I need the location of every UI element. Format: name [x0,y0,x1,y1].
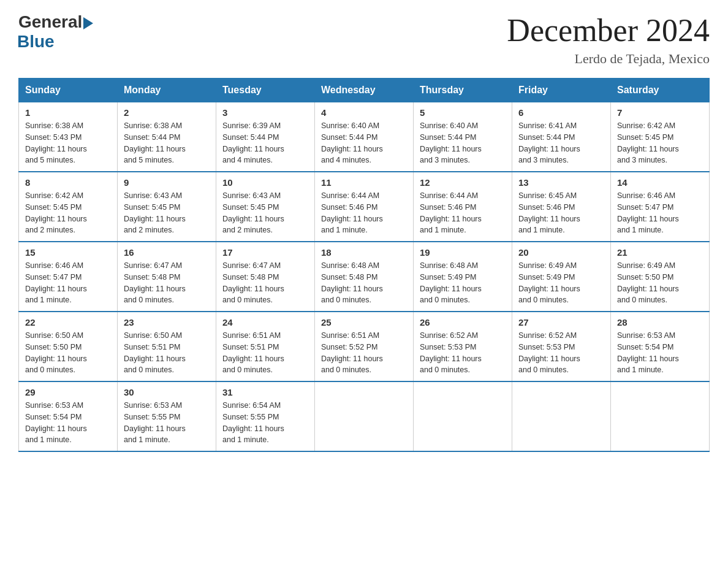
day-info: Sunrise: 6:42 AMSunset: 5:45 PMDaylight:… [25,190,111,236]
column-header-sunday: Sunday [19,79,118,102]
day-number: 4 [321,107,407,118]
week-row-3: 15 Sunrise: 6:46 AMSunset: 5:47 PMDaylig… [19,242,710,312]
day-number: 15 [25,247,111,258]
day-number: 8 [25,177,111,188]
day-info: Sunrise: 6:52 AMSunset: 5:53 PMDaylight:… [518,330,604,376]
day-number: 16 [124,247,210,258]
day-cell: 22 Sunrise: 6:50 AMSunset: 5:50 PMDaylig… [19,312,118,381]
title-section: December 2024 Lerdo de Tejada, Mexico [507,12,710,67]
day-cell: 19 Sunrise: 6:48 AMSunset: 5:49 PMDaylig… [414,242,512,312]
week-row-4: 22 Sunrise: 6:50 AMSunset: 5:50 PMDaylig… [19,312,710,381]
day-cell: 12 Sunrise: 6:44 AMSunset: 5:46 PMDaylig… [414,172,512,242]
logo-blue-text: Blue [17,32,55,52]
day-cell: 31 Sunrise: 6:54 AMSunset: 5:55 PMDaylig… [216,381,315,451]
day-number: 1 [25,107,111,118]
day-number: 27 [518,317,604,327]
day-info: Sunrise: 6:45 AMSunset: 5:46 PMDaylight:… [518,190,604,236]
day-cell: 1 Sunrise: 6:38 AMSunset: 5:43 PMDayligh… [19,102,118,172]
day-number: 5 [420,107,506,118]
day-number: 14 [617,177,703,188]
day-cell [414,381,512,451]
day-number: 12 [420,177,506,188]
day-cell: 18 Sunrise: 6:48 AMSunset: 5:48 PMDaylig… [315,242,414,312]
day-info: Sunrise: 6:43 AMSunset: 5:45 PMDaylight:… [124,190,210,236]
day-cell [512,381,611,451]
day-cell: 17 Sunrise: 6:47 AMSunset: 5:48 PMDaylig… [216,242,315,312]
day-info: Sunrise: 6:38 AMSunset: 5:44 PMDaylight:… [124,120,210,166]
day-number: 23 [124,317,210,327]
day-info: Sunrise: 6:47 AMSunset: 5:48 PMDaylight:… [222,260,308,306]
day-info: Sunrise: 6:49 AMSunset: 5:50 PMDaylight:… [617,260,703,306]
day-info: Sunrise: 6:51 AMSunset: 5:51 PMDaylight:… [222,330,308,376]
day-number: 25 [321,317,407,327]
logo-arrow-icon [83,17,93,29]
day-number: 30 [124,387,210,397]
day-cell: 2 Sunrise: 6:38 AMSunset: 5:44 PMDayligh… [118,102,216,172]
day-number: 7 [617,107,703,118]
day-number: 13 [518,177,604,188]
day-number: 6 [518,107,604,118]
day-info: Sunrise: 6:54 AMSunset: 5:55 PMDaylight:… [222,400,308,446]
day-cell: 7 Sunrise: 6:42 AMSunset: 5:45 PMDayligh… [611,102,710,172]
week-row-2: 8 Sunrise: 6:42 AMSunset: 5:45 PMDayligh… [19,172,710,242]
day-info: Sunrise: 6:53 AMSunset: 5:54 PMDaylight:… [25,400,111,446]
logo: General Blue [18,12,93,52]
day-number: 11 [321,177,407,188]
day-number: 2 [124,107,210,118]
day-cell: 25 Sunrise: 6:51 AMSunset: 5:52 PMDaylig… [315,312,414,381]
calendar-table: SundayMondayTuesdayWednesdayThursdayFrid… [18,78,710,452]
day-cell: 8 Sunrise: 6:42 AMSunset: 5:45 PMDayligh… [19,172,118,242]
page-header: General Blue December 2024 Lerdo de Teja… [18,12,710,67]
day-info: Sunrise: 6:52 AMSunset: 5:53 PMDaylight:… [420,330,506,376]
day-info: Sunrise: 6:40 AMSunset: 5:44 PMDaylight:… [321,120,407,166]
day-cell: 6 Sunrise: 6:41 AMSunset: 5:44 PMDayligh… [512,102,611,172]
day-cell: 13 Sunrise: 6:45 AMSunset: 5:46 PMDaylig… [512,172,611,242]
day-cell: 29 Sunrise: 6:53 AMSunset: 5:54 PMDaylig… [19,381,118,451]
day-cell: 30 Sunrise: 6:53 AMSunset: 5:55 PMDaylig… [118,381,216,451]
day-number: 3 [222,107,308,118]
column-header-thursday: Thursday [414,79,512,102]
day-cell: 10 Sunrise: 6:43 AMSunset: 5:45 PMDaylig… [216,172,315,242]
day-number: 10 [222,177,308,188]
day-number: 18 [321,247,407,258]
day-number: 31 [222,387,308,397]
day-cell: 4 Sunrise: 6:40 AMSunset: 5:44 PMDayligh… [315,102,414,172]
day-info: Sunrise: 6:46 AMSunset: 5:47 PMDaylight:… [617,190,703,236]
logo-general-text: General [18,12,82,32]
day-info: Sunrise: 6:40 AMSunset: 5:44 PMDaylight:… [420,120,506,166]
day-number: 20 [518,247,604,258]
day-number: 29 [25,387,111,397]
day-info: Sunrise: 6:48 AMSunset: 5:48 PMDaylight:… [321,260,407,306]
day-info: Sunrise: 6:48 AMSunset: 5:49 PMDaylight:… [420,260,506,306]
column-header-saturday: Saturday [611,79,710,102]
day-cell: 26 Sunrise: 6:52 AMSunset: 5:53 PMDaylig… [414,312,512,381]
day-cell: 23 Sunrise: 6:50 AMSunset: 5:51 PMDaylig… [118,312,216,381]
day-cell: 15 Sunrise: 6:46 AMSunset: 5:47 PMDaylig… [19,242,118,312]
day-number: 22 [25,317,111,327]
day-info: Sunrise: 6:43 AMSunset: 5:45 PMDaylight:… [222,190,308,236]
day-cell: 16 Sunrise: 6:47 AMSunset: 5:48 PMDaylig… [118,242,216,312]
day-cell: 24 Sunrise: 6:51 AMSunset: 5:51 PMDaylig… [216,312,315,381]
week-row-5: 29 Sunrise: 6:53 AMSunset: 5:54 PMDaylig… [19,381,710,451]
day-number: 26 [420,317,506,327]
day-cell: 3 Sunrise: 6:39 AMSunset: 5:44 PMDayligh… [216,102,315,172]
day-info: Sunrise: 6:51 AMSunset: 5:52 PMDaylight:… [321,330,407,376]
day-info: Sunrise: 6:53 AMSunset: 5:55 PMDaylight:… [124,400,210,446]
day-cell: 9 Sunrise: 6:43 AMSunset: 5:45 PMDayligh… [118,172,216,242]
calendar-subtitle: Lerdo de Tejada, Mexico [507,51,710,67]
day-cell: 28 Sunrise: 6:53 AMSunset: 5:54 PMDaylig… [611,312,710,381]
day-info: Sunrise: 6:44 AMSunset: 5:46 PMDaylight:… [321,190,407,236]
week-row-1: 1 Sunrise: 6:38 AMSunset: 5:43 PMDayligh… [19,102,710,172]
day-cell: 14 Sunrise: 6:46 AMSunset: 5:47 PMDaylig… [611,172,710,242]
calendar-header-row: SundayMondayTuesdayWednesdayThursdayFrid… [19,79,710,102]
day-info: Sunrise: 6:44 AMSunset: 5:46 PMDaylight:… [420,190,506,236]
column-header-tuesday: Tuesday [216,79,315,102]
day-info: Sunrise: 6:38 AMSunset: 5:43 PMDaylight:… [25,120,111,166]
column-header-monday: Monday [118,79,216,102]
column-header-wednesday: Wednesday [315,79,414,102]
day-number: 17 [222,247,308,258]
day-number: 21 [617,247,703,258]
day-number: 28 [617,317,703,327]
day-cell: 20 Sunrise: 6:49 AMSunset: 5:49 PMDaylig… [512,242,611,312]
day-info: Sunrise: 6:42 AMSunset: 5:45 PMDaylight:… [617,120,703,166]
